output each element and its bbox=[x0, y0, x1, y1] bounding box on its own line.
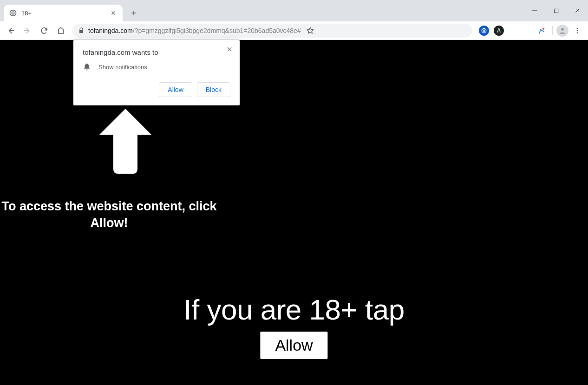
permission-actions: Allow Block bbox=[83, 82, 230, 97]
svg-point-7 bbox=[577, 30, 578, 31]
notification-permission-popup: tofaningda.com wants to Show notificatio… bbox=[73, 40, 240, 105]
permission-request-text: Show notifications bbox=[98, 64, 147, 71]
svg-point-8 bbox=[577, 32, 578, 33]
window-controls bbox=[524, 0, 588, 21]
svg-point-2 bbox=[482, 28, 486, 33]
lock-icon bbox=[78, 27, 85, 34]
minimize-button[interactable] bbox=[524, 0, 545, 21]
bookmark-star-icon[interactable] bbox=[305, 25, 316, 36]
allow-button[interactable]: Allow bbox=[159, 82, 192, 97]
globe-icon bbox=[9, 9, 17, 17]
browser-tab[interactable]: 18+ bbox=[4, 5, 123, 21]
forward-button[interactable] bbox=[20, 23, 35, 39]
svg-point-6 bbox=[577, 28, 578, 29]
tab-title: 18+ bbox=[21, 10, 105, 17]
profile-avatar[interactable] bbox=[556, 25, 568, 37]
instruction-text: To access the website content, click All… bbox=[0, 198, 218, 232]
close-popup-icon[interactable] bbox=[224, 44, 235, 55]
home-button[interactable] bbox=[53, 23, 69, 39]
up-arrow-icon bbox=[99, 109, 151, 174]
svg-point-3 bbox=[483, 30, 485, 32]
url-host: tofaningda.com bbox=[88, 27, 133, 34]
browser-titlebar: 18+ bbox=[0, 0, 588, 21]
new-tab-button[interactable] bbox=[127, 7, 140, 20]
block-button[interactable]: Block bbox=[197, 82, 230, 97]
url-path: /?p=gmzggzlfgi5gi3bpge2dmmq&sub1=20b6ad5… bbox=[133, 27, 301, 34]
browser-toolbar: tofaningda.com/?p=gmzggzlfgi5gi3bpge2dmm… bbox=[0, 21, 588, 40]
bell-icon bbox=[83, 63, 91, 71]
address-bar[interactable]: tofaningda.com/?p=gmzggzlfgi5gi3bpge2dmm… bbox=[72, 24, 472, 38]
url-text: tofaningda.com/?p=gmzggzlfgi5gi3bpge2dmm… bbox=[88, 27, 301, 34]
reload-button[interactable] bbox=[36, 23, 52, 39]
permission-title: tofaningda.com wants to bbox=[83, 48, 230, 56]
svg-point-5 bbox=[561, 28, 564, 31]
extension-icon-1[interactable] bbox=[479, 26, 489, 36]
permission-request-row: Show notifications bbox=[83, 63, 230, 71]
extension-icon-3[interactable] bbox=[536, 26, 547, 36]
svg-rect-1 bbox=[554, 9, 558, 13]
extension-icons: A bbox=[476, 26, 507, 36]
page-allow-button[interactable]: Allow bbox=[260, 332, 327, 359]
menu-button[interactable] bbox=[569, 23, 585, 39]
svg-point-4 bbox=[542, 27, 544, 29]
headline-text: If you are 18+ tap bbox=[0, 293, 588, 326]
back-button[interactable] bbox=[3, 23, 19, 39]
toolbar-separator bbox=[552, 26, 553, 35]
extension-icon-2[interactable]: A bbox=[494, 26, 504, 36]
maximize-button[interactable] bbox=[545, 0, 567, 21]
close-window-button[interactable] bbox=[567, 0, 588, 21]
close-tab-icon[interactable] bbox=[110, 9, 117, 17]
